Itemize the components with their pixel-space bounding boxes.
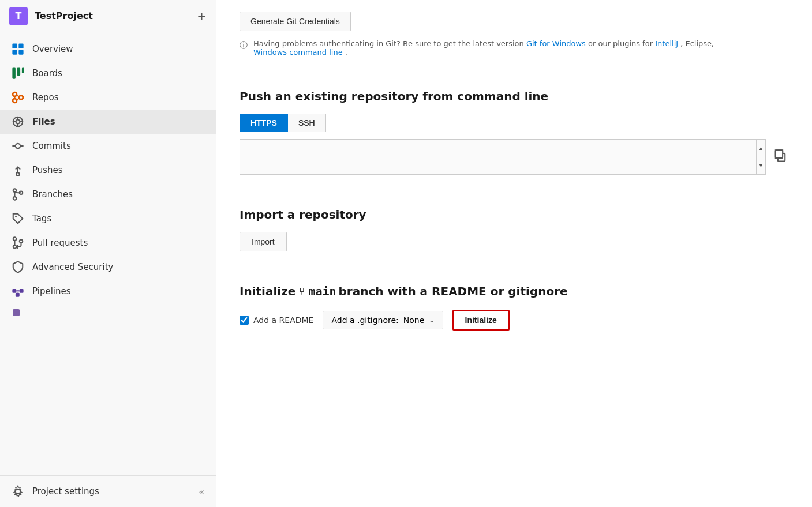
intellij-link[interactable]: IntelliJ xyxy=(655,39,678,48)
gen-credentials-section: Generate Git Credentials ⓘ Having proble… xyxy=(216,0,812,73)
svg-line-11 xyxy=(16,95,20,97)
svg-rect-40 xyxy=(776,150,783,158)
add-readme-label[interactable]: Add a README xyxy=(240,316,313,325)
svg-point-7 xyxy=(13,92,17,96)
advanced-security-icon xyxy=(12,261,24,273)
sidebar-item-tags-label: Tags xyxy=(32,213,51,224)
sidebar-item-files-label: Files xyxy=(32,117,55,127)
windows-command-line-link[interactable]: Windows command line xyxy=(253,48,343,57)
init-controls: Add a README Add a .gitignore: None ⌄ In… xyxy=(240,310,789,331)
branch-name: main xyxy=(308,284,336,298)
project-name: TestProject xyxy=(35,10,190,21)
svg-rect-6 xyxy=(22,67,24,73)
sidebar-item-repos[interactable]: Repos xyxy=(0,85,216,110)
sidebar-item-tags[interactable]: Tags xyxy=(0,206,216,231)
svg-point-29 xyxy=(13,237,17,241)
sidebar-item-advanced-security[interactable]: Advanced Security xyxy=(0,255,216,279)
info-icon: ⓘ xyxy=(240,40,248,51)
initialize-section-title: Initialize ⑂ main branch with a README o… xyxy=(240,284,789,298)
svg-rect-1 xyxy=(18,43,23,48)
sidebar-item-branches-label: Branches xyxy=(32,189,73,200)
import-button[interactable]: Import xyxy=(240,232,287,251)
project-settings-label: Project settings xyxy=(32,486,99,497)
sidebar-item-boards-label: Boards xyxy=(32,68,62,78)
git-for-windows-link[interactable]: Git for Windows xyxy=(526,39,586,48)
sidebar-item-pull-requests[interactable]: Pull requests xyxy=(0,231,216,255)
svg-rect-33 xyxy=(12,289,16,293)
tags-icon xyxy=(12,212,24,225)
collapse-sidebar-icon[interactable]: « xyxy=(199,486,204,497)
copy-button[interactable] xyxy=(772,147,789,167)
sidebar-item-pushes[interactable]: Pushes xyxy=(0,158,216,182)
sidebar-item-repos-label: Repos xyxy=(32,92,59,103)
initialize-button[interactable]: Initialize xyxy=(452,310,510,331)
branches-icon xyxy=(12,188,24,201)
svg-rect-0 xyxy=(12,43,17,48)
svg-point-14 xyxy=(16,120,20,124)
svg-rect-3 xyxy=(18,50,23,54)
svg-point-19 xyxy=(16,144,20,148)
svg-point-28 xyxy=(15,216,17,217)
repos-icon xyxy=(12,91,24,104)
project-settings-icon xyxy=(12,485,24,498)
protocol-tabs: HTTPS SSH xyxy=(240,114,789,132)
extra-dot xyxy=(13,309,20,316)
svg-point-31 xyxy=(20,240,23,243)
sidebar-item-pushes-label: Pushes xyxy=(32,165,63,175)
sidebar-nav: Overview Boards xyxy=(0,32,216,475)
svg-rect-34 xyxy=(20,289,24,293)
sidebar-item-pipelines-label: Pipelines xyxy=(32,286,71,296)
gen-credentials-button[interactable]: Generate Git Credentials xyxy=(240,12,351,31)
project-avatar: T xyxy=(9,7,28,25)
git-info-text: Having problems authenticating in Git? B… xyxy=(253,39,714,57)
pull-requests-icon xyxy=(12,236,24,249)
main-content: Generate Git Credentials ⓘ Having proble… xyxy=(216,0,812,507)
sidebar-item-branches[interactable]: Branches xyxy=(0,182,216,206)
ssh-tab[interactable]: SSH xyxy=(288,114,326,132)
sidebar-header: T TestProject + xyxy=(0,0,216,32)
git-info-row: ⓘ Having problems authenticating in Git?… xyxy=(240,39,789,57)
svg-point-24 xyxy=(13,189,17,192)
initialize-section: Initialize ⑂ main branch with a README o… xyxy=(216,268,812,347)
add-readme-checkbox[interactable] xyxy=(240,316,249,325)
sidebar-extra-item xyxy=(0,303,216,322)
sidebar-item-commits[interactable]: Commits xyxy=(0,134,216,158)
code-area-wrapper: ▲ ▼ xyxy=(240,139,789,175)
push-section-title: Push an existing repository from command… xyxy=(240,89,789,103)
sidebar-item-project-settings[interactable]: Project settings « xyxy=(0,479,216,504)
svg-point-9 xyxy=(19,96,23,100)
svg-point-25 xyxy=(13,197,17,200)
boards-icon xyxy=(12,67,24,80)
scroll-up-button[interactable]: ▲ xyxy=(757,140,765,157)
sidebar-item-boards[interactable]: Boards xyxy=(0,61,216,85)
svg-rect-2 xyxy=(12,50,17,54)
branch-icon: ⑂ xyxy=(299,286,305,297)
sidebar-item-pull-requests-label: Pull requests xyxy=(32,238,88,248)
sidebar-item-commits-label: Commits xyxy=(32,141,71,151)
scroll-buttons: ▲ ▼ xyxy=(756,140,765,174)
code-textarea[interactable] xyxy=(240,140,756,174)
overview-icon xyxy=(12,43,24,55)
gitignore-value: None xyxy=(403,316,425,325)
svg-point-38 xyxy=(16,489,20,494)
svg-rect-5 xyxy=(17,67,21,76)
import-section-title: Import a repository xyxy=(240,208,789,221)
pushes-icon xyxy=(12,164,24,176)
pipelines-icon xyxy=(12,285,24,298)
sidebar-item-pipelines[interactable]: Pipelines xyxy=(0,279,216,303)
chevron-down-icon: ⌄ xyxy=(429,317,434,324)
import-section: Import a repository Import xyxy=(216,191,812,268)
gitignore-dropdown[interactable]: Add a .gitignore: None ⌄ xyxy=(323,311,443,329)
svg-rect-4 xyxy=(12,67,16,78)
sidebar-footer: Project settings « xyxy=(0,475,216,507)
https-tab[interactable]: HTTPS xyxy=(240,114,288,132)
gitignore-label: Add a .gitignore: xyxy=(331,316,398,325)
svg-point-22 xyxy=(16,172,20,176)
scroll-down-button[interactable]: ▼ xyxy=(757,157,765,174)
files-icon xyxy=(12,115,24,128)
sidebar-item-advanced-security-label: Advanced Security xyxy=(32,262,113,272)
sidebar-item-files[interactable]: Files xyxy=(0,110,216,134)
add-readme-text: Add a README xyxy=(253,316,313,325)
add-project-icon[interactable]: + xyxy=(197,9,207,23)
sidebar-item-overview[interactable]: Overview xyxy=(0,37,216,61)
